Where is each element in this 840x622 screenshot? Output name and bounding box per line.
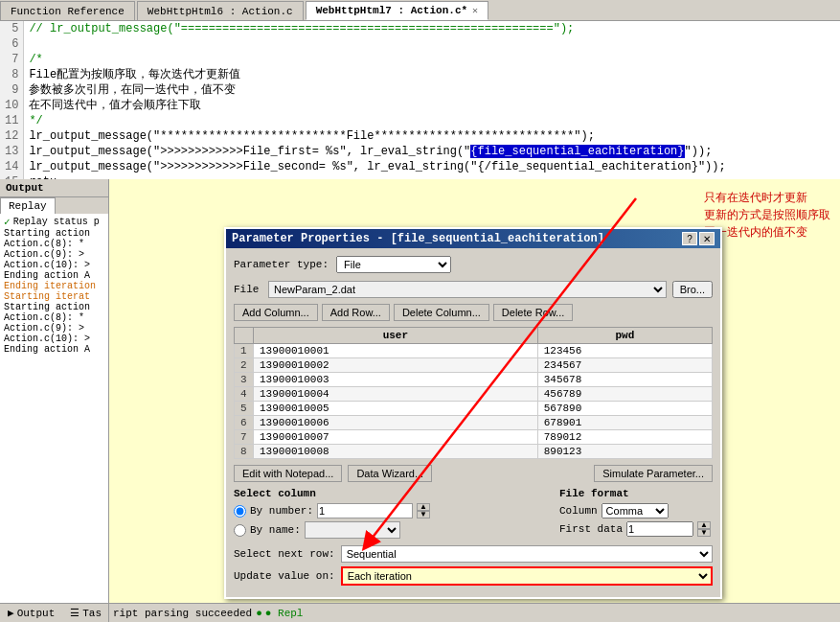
pwd-cell: 456789 [537,387,712,402]
simulate-parameter-button[interactable]: Simulate Parameter... [594,465,713,482]
by-name-radio[interactable] [234,524,246,537]
replay-line-11: Action.c(10): > [4,334,104,344]
code-editor: 56789 101112131415 // lr_output_message(… [0,21,840,179]
help-button[interactable]: ? [682,232,697,245]
update-value-section: Update value on: Each iteration [234,566,713,586]
column-number-input[interactable] [317,503,413,518]
replay-line-8: Starting action [4,302,104,312]
replay-content: ✓ Replay status p Starting action Action… [0,214,108,603]
pwd-cell: 567890 [537,402,712,416]
browse-button[interactable]: Bro... [672,281,713,298]
row-number: 1 [235,344,254,358]
table-row: 113900010001123456 [235,344,713,358]
parameter-properties-dialog: Parameter Properties - [file_sequential_… [224,227,722,599]
pwd-cell: 345678 [537,373,712,387]
table-row: 313900010003345678 [235,373,713,387]
two-col-section: Select column By number: ▲ ▼ [234,488,713,541]
row-number: 4 [235,387,254,402]
data-wizard-button[interactable]: Data Wizard... [348,465,432,482]
add-row-button[interactable]: Add Row... [322,304,390,321]
tasks-bottom-tab[interactable]: ☰ Tas [62,605,109,621]
spin-buttons: ▲ ▼ [417,503,430,518]
by-name-select[interactable] [305,521,400,539]
replay-line-9: Action.c(8): * [4,312,104,323]
bottom-tab-bar: ▶ Output ☰ Tas [0,603,108,622]
output-header: Output [0,179,108,197]
by-number-row: By number: ▲ ▼ [234,503,552,518]
table-row: 813900010008890123 [235,445,713,459]
number-input-row: ▲ ▼ [317,503,430,518]
replay-line-7: Starting iterat [4,291,104,302]
first-data-spin-down[interactable]: ▼ [697,529,711,537]
update-value-select[interactable]: Each iteration [341,566,713,586]
main-area: Output Replay ✓ Replay status p Starting… [0,179,840,622]
status-bar: ript parsing succeeded ● ● Repl [109,603,840,622]
file-row: File NewParam_2.dat Bro... [234,281,713,298]
bottom-buttons-row: Edit with Notepad... Data Wizard... Simu… [234,465,713,482]
right-panel: 只有在迭代时才更新 更新的方式是按照顺序取 同一迭代内的值不变 Paramete… [109,179,840,622]
replay-line-2: Action.c(8): * [4,239,104,249]
user-cell: 13900010007 [254,430,538,445]
user-cell: 13900010001 [254,344,538,358]
row-number: 6 [235,416,254,430]
close-button[interactable]: ✕ [699,232,715,245]
user-cell: 13900010005 [254,402,538,416]
first-data-input[interactable] [626,521,693,537]
replay-tab[interactable]: Replay [0,197,56,214]
file-format-section: File format Column Comma First data ▲ [559,488,713,541]
user-cell: 13900010006 [254,416,538,430]
pwd-cell: 890123 [537,445,712,459]
left-tab-bar: Replay [0,197,108,214]
dialog-titlebar: Parameter Properties - [file_sequential_… [226,229,720,248]
check-icon: ✓ [4,216,11,228]
table-row: 713900010007789012 [235,430,713,445]
first-data-row: First data ▲ ▼ [559,521,713,537]
replay-line-3: Action.c(9): > [4,249,104,260]
annotation: 只有在迭代时才更新 更新的方式是按照顺序取 同一迭代内的值不变 [704,189,830,241]
edit-notepad-button[interactable]: Edit with Notepad... [234,465,342,482]
file-select[interactable]: NewParam_2.dat [268,281,667,298]
col-pwd-header: pwd [537,328,712,344]
user-cell: 13900010002 [254,358,538,373]
tab-function-reference[interactable]: Function Reference [0,1,135,20]
col-user-header: user [254,328,538,344]
tab-webhtmlhtml6[interactable]: WebHttpHtml6 : Action.c [137,1,304,20]
replay-line-12: Ending action A [4,344,104,355]
pwd-cell: 234567 [537,358,712,373]
add-column-button[interactable]: Add Column... [234,304,318,321]
table-row: 613900010006678901 [235,416,713,430]
select-next-row-select[interactable]: Sequential [341,545,713,563]
by-name-row: By name: [234,521,552,539]
select-next-row-section: Select next row: Sequential [234,545,713,563]
param-type-select[interactable]: File [336,256,451,273]
tasks-icon: ☰ [70,607,79,619]
pwd-cell: 678901 [537,416,712,430]
spin-down-button[interactable]: ▼ [417,511,430,518]
delete-column-button[interactable]: Delete Column... [394,304,489,321]
replay-line-10: Action.c(9): > [4,323,104,334]
row-number: 3 [235,373,254,387]
dialog-body: Parameter type: File File NewParam_2.dat… [226,248,720,597]
tab-webhtmlhtml7[interactable]: WebHttpHtml7 : Action.c* ✕ [306,1,488,20]
action-buttons-row: Add Column... Add Row... Delete Column..… [234,304,713,321]
user-cell: 13900010004 [254,387,538,402]
green-dot-icon: ● [256,608,262,619]
output-icon: ▶ [8,607,14,619]
titlebar-buttons: ? ✕ [682,232,715,245]
param-type-row: Parameter type: File [234,256,713,273]
col-num-header [235,328,254,344]
status-text: ript parsing succeeded [113,608,252,619]
left-panel: Output Replay ✓ Replay status p Starting… [0,179,109,622]
delete-row-button[interactable]: Delete Row... [493,304,573,321]
close-tab-icon[interactable]: ✕ [472,5,478,16]
table-row: 513900010005567890 [235,402,713,416]
replay-line-5: Ending action A [4,270,104,281]
table-row: 213900010002234567 [235,358,713,373]
replay-line-6: Ending iteration [4,281,104,291]
column-format-select[interactable]: Comma [602,503,669,518]
user-cell: 13900010003 [254,373,538,387]
output-bottom-tab[interactable]: ▶ Output [0,605,62,621]
replay-status-line: ✓ Replay status p [4,216,104,228]
by-number-radio[interactable] [234,505,246,518]
replay-line-1: Starting action [4,228,104,239]
